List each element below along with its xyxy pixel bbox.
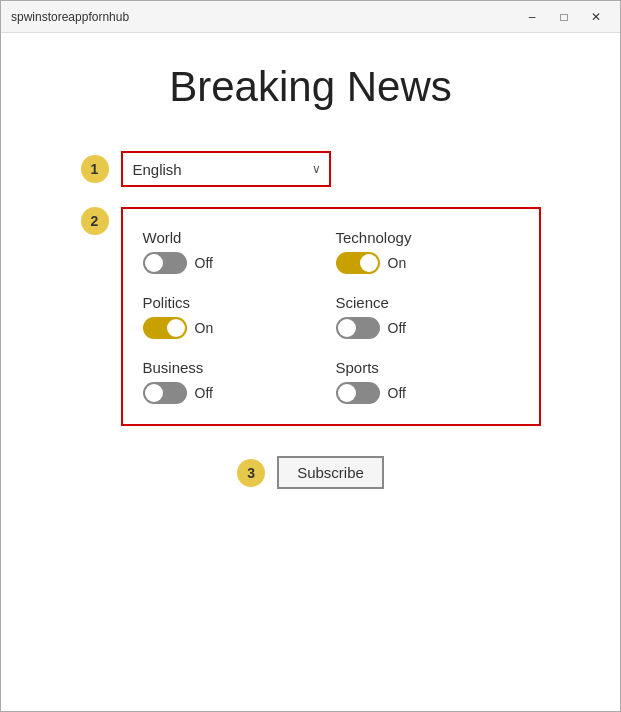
minimize-button[interactable]: – xyxy=(518,6,546,28)
sports-label: Sports xyxy=(336,359,519,376)
science-toggle-state: Off xyxy=(388,320,406,336)
business-toggle-thumb xyxy=(145,384,163,402)
sports-toggle-state: Off xyxy=(388,385,406,401)
technology-toggle-state: On xyxy=(388,255,407,271)
business-label: Business xyxy=(143,359,326,376)
page-title: Breaking News xyxy=(169,63,451,111)
science-label: Science xyxy=(336,294,519,311)
science-toggle[interactable] xyxy=(336,317,380,339)
world-toggle[interactable] xyxy=(143,252,187,274)
step2-badge: 2 xyxy=(81,207,109,235)
business-toggle[interactable] xyxy=(143,382,187,404)
world-toggle-row: Off xyxy=(143,252,326,274)
politics-toggle-state: On xyxy=(195,320,214,336)
titlebar: spwinstoreappfornhub – □ ✕ xyxy=(1,1,620,33)
category-sports: Sports Off xyxy=(336,359,519,404)
politics-toggle[interactable] xyxy=(143,317,187,339)
step3-badge: 3 xyxy=(237,459,265,487)
form-area: 1 English Spanish French German ∨ 2 xyxy=(81,151,541,489)
main-content: Breaking News 1 English Spanish French G… xyxy=(1,33,620,711)
technology-label: Technology xyxy=(336,229,519,246)
categories-box: World Off Technology xyxy=(121,207,541,426)
technology-toggle[interactable] xyxy=(336,252,380,274)
category-technology: Technology On xyxy=(336,229,519,274)
step1-badge: 1 xyxy=(81,155,109,183)
language-select[interactable]: English Spanish French German xyxy=(121,151,331,187)
step2-row: 2 World Off Technology xyxy=(81,207,541,426)
language-select-wrapper: English Spanish French German ∨ xyxy=(121,151,331,187)
close-button[interactable]: ✕ xyxy=(582,6,610,28)
category-science: Science Off xyxy=(336,294,519,339)
business-toggle-row: Off xyxy=(143,382,326,404)
maximize-button[interactable]: □ xyxy=(550,6,578,28)
subscribe-button[interactable]: Subscribe xyxy=(277,456,384,489)
technology-toggle-row: On xyxy=(336,252,519,274)
window-controls: – □ ✕ xyxy=(518,6,610,28)
technology-toggle-thumb xyxy=(360,254,378,272)
science-toggle-thumb xyxy=(338,319,356,337)
window-title: spwinstoreappfornhub xyxy=(11,10,129,24)
politics-label: Politics xyxy=(143,294,326,311)
category-business: Business Off xyxy=(143,359,326,404)
world-toggle-state: Off xyxy=(195,255,213,271)
politics-toggle-thumb xyxy=(167,319,185,337)
politics-toggle-row: On xyxy=(143,317,326,339)
step3-row: 3 Subscribe xyxy=(81,456,541,489)
sports-toggle[interactable] xyxy=(336,382,380,404)
world-toggle-thumb xyxy=(145,254,163,272)
sports-toggle-thumb xyxy=(338,384,356,402)
category-world: World Off xyxy=(143,229,326,274)
step1-row: 1 English Spanish French German ∨ xyxy=(81,151,541,187)
business-toggle-state: Off xyxy=(195,385,213,401)
world-label: World xyxy=(143,229,326,246)
category-politics: Politics On xyxy=(143,294,326,339)
app-window: spwinstoreappfornhub – □ ✕ Breaking News… xyxy=(0,0,621,712)
science-toggle-row: Off xyxy=(336,317,519,339)
sports-toggle-row: Off xyxy=(336,382,519,404)
